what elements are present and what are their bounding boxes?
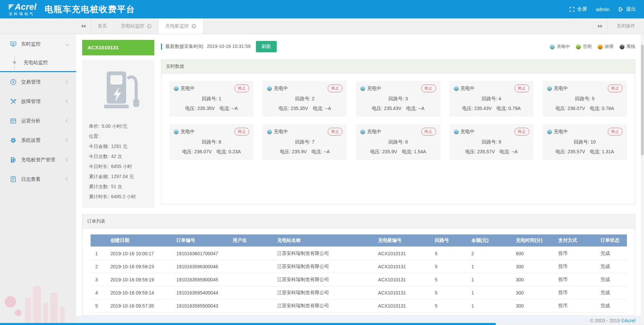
circuit-card: 充电中 终止 回路号:4 电压:235.43V 电流:0 <box>449 81 534 117</box>
charging-status-orb-icon <box>360 129 365 134</box>
charging-status-orb-icon <box>454 129 459 134</box>
charging-status-orb-icon <box>174 129 179 134</box>
station-id: ACX1010131 <box>82 40 154 55</box>
app-header: Acrel 安科瑞电气 电瓶车充电桩收费平台 全屏 admin 退出 <box>0 0 644 18</box>
charging-pile-illustration <box>97 69 147 114</box>
status-legend: 充电中 空闲 故 <box>550 44 635 50</box>
terminate-button[interactable]: 终止 <box>515 85 529 92</box>
order-table-row: 5 2019-10-16 09:57:35 1910163585500043 江… <box>91 300 627 313</box>
charging-status-orb-icon <box>174 86 179 91</box>
logo-subtitle: 安科瑞电气 <box>9 12 37 16</box>
tabs-scroll-left-button[interactable] <box>76 18 91 34</box>
svg-text:¥: ¥ <box>12 80 14 84</box>
sidebar-item-logs[interactable]: 日志查看 <box>0 169 76 189</box>
sidebar-item-pile-assets[interactable]: 充电桩资产管理 <box>0 150 76 169</box>
terminate-button[interactable]: 终止 <box>421 128 436 136</box>
double-right-arrow-icon <box>598 24 600 28</box>
station-info-row: 累计次数:51 次 <box>89 181 154 192</box>
vertical-scrollbar <box>641 35 644 323</box>
fullscreen-button[interactable]: 全屏 <box>569 6 587 12</box>
terminate-button[interactable]: 终止 <box>328 85 342 92</box>
fault-icon <box>10 98 16 105</box>
page-title: 电瓶车充电桩收费平台 <box>45 4 135 15</box>
user-menu[interactable]: admin <box>596 6 609 12</box>
realtime-panel-title: 实时数据 <box>161 60 635 73</box>
order-table-row: 3 2019-10-16 09:59:19 1910163595900045 江… <box>91 273 627 286</box>
decoration-building <box>60 307 65 323</box>
station-info-row: 今日次数:42 次 <box>89 151 154 161</box>
terminate-button[interactable]: 终止 <box>421 85 436 92</box>
charging-status-orb-icon <box>547 129 552 134</box>
logo-brand: Acrel <box>15 3 37 11</box>
logout-button[interactable]: 退出 <box>618 6 636 12</box>
horizontal-scrollbar-thumb[interactable] <box>0 323 496 325</box>
sidebar-item-operation-analysis[interactable]: 运营分析 <box>0 111 76 130</box>
tab-pile-monitor[interactable]: 充电桩监控 <box>159 18 203 34</box>
terminate-button[interactable]: 终止 <box>234 128 249 136</box>
circuit-card: 充电中 终止 回路号:6 电压:236.07V 电流:0 <box>169 124 254 160</box>
chevron-left-icon <box>65 158 69 161</box>
circuit-card: 充电中 终止 回路号:10 电压:235.57V 电流: <box>543 124 627 160</box>
circuit-card: 充电中 终止 回路号:3 电压:235.43V 电流:- <box>356 81 440 117</box>
status-orb-icon <box>598 44 603 49</box>
station-panel: ACX1010131 <box>82 40 154 208</box>
close-tab-icon[interactable] <box>192 24 196 29</box>
terminate-button[interactable]: 终止 <box>234 85 249 92</box>
terminate-button[interactable]: 终止 <box>608 128 623 136</box>
chevron-left-icon <box>65 119 69 122</box>
sidebar-item-transactions[interactable]: ¥ 交易管理 <box>0 72 76 92</box>
transaction-icon: ¥ <box>10 79 16 85</box>
station-info-row: 今日时长:6455 小时 <box>89 161 154 171</box>
chevron-down-icon <box>65 42 69 46</box>
charging-status-orb-icon <box>267 129 272 134</box>
tab-station-monitor[interactable]: 充电站监控 <box>114 18 159 34</box>
order-table-row: 4 2019-10-16 09:59:14 1910163595400044 江… <box>91 286 627 300</box>
acrel-logo: Acrel 安科瑞电气 <box>9 3 37 16</box>
app-window: Acrel 安科瑞电气 电瓶车充电桩收费平台 全屏 admin 退出 首页 <box>0 0 644 325</box>
status-orb-icon <box>550 44 555 49</box>
chevron-left-icon <box>65 177 69 181</box>
decoration-building <box>33 286 41 323</box>
close-tab-icon[interactable] <box>147 24 152 29</box>
station-info-list: 单价:5.00 小时/元 位置: 今日金额:1291 元 <box>89 121 154 202</box>
sidebar-item-realtime-monitor[interactable]: 实时监控 <box>0 34 76 54</box>
refresh-button[interactable]: 刷新 <box>256 41 277 52</box>
acrel-logo-icon <box>9 4 14 9</box>
footer-brand-link[interactable]: ©Acrel <box>621 318 635 323</box>
charging-status-orb-icon <box>454 86 459 91</box>
decoration-flower <box>15 310 21 316</box>
order-table: 创建日期 订单编号 用户名 充电站名称 充电桩编号 回路号 金额(元) 充电时间… <box>91 234 627 313</box>
decoration-building <box>43 303 48 323</box>
vertical-scrollbar-thumb[interactable] <box>641 45 644 155</box>
charging-status-orb-icon <box>547 86 552 91</box>
tabs-scroll-right-button[interactable] <box>593 18 607 34</box>
order-table-header-row: 创建日期 订单编号 用户名 充电站名称 充电桩编号 回路号 金额(元) 充电时间… <box>91 234 627 247</box>
station-info-row: 累计时长:6485.2 小时 <box>89 192 154 202</box>
sidebar-item-faults[interactable]: 故障管理 <box>0 92 76 111</box>
terminate-button[interactable]: 终止 <box>608 85 623 92</box>
station-info-row: 累计金额:1297.04 元 <box>89 171 154 181</box>
sidebar-item-system-settings[interactable]: 系统设置 <box>0 130 76 150</box>
circuit-cards: 充电中 终止 回路号:1 电压:235.35V 电流:- <box>161 73 635 167</box>
tab-home[interactable]: 首页 <box>91 18 114 34</box>
monitor-icon <box>10 41 16 47</box>
chevron-left-icon <box>65 99 69 103</box>
charging-status-orb-icon <box>360 86 365 91</box>
station-info-row: 单价:5.00 小时/元 <box>89 121 154 131</box>
legend-item: 空闲 <box>576 44 592 50</box>
realtime-data-panel: 实时数据 充电中 终止 <box>161 59 635 204</box>
horizontal-scrollbar <box>0 323 644 325</box>
main-content: ACX1010131 <box>76 34 644 316</box>
close-operations-dropdown[interactable]: 关闭操作 <box>607 18 644 34</box>
chevron-left-icon <box>65 80 69 84</box>
log-icon <box>10 176 16 182</box>
decoration-flower <box>5 296 16 308</box>
legend-item: 故障 <box>598 44 613 50</box>
circuit-card: 充电中 终止 回路号:9 电压:235.57V 电流:- <box>449 124 534 160</box>
charging-pile-icon <box>10 157 16 163</box>
sidebar-item-station-monitor[interactable]: 充电站监控 <box>0 54 76 71</box>
terminate-button[interactable]: 终止 <box>328 128 342 136</box>
sidebar: 实时监控 充电站监控 ¥ 交易管理 故障管理 运营分析 <box>0 34 76 325</box>
terminate-button[interactable]: 终止 <box>515 128 529 136</box>
circuit-card: 充电中 终止 回路号:1 电压:235.35V 电流:- <box>169 81 254 117</box>
